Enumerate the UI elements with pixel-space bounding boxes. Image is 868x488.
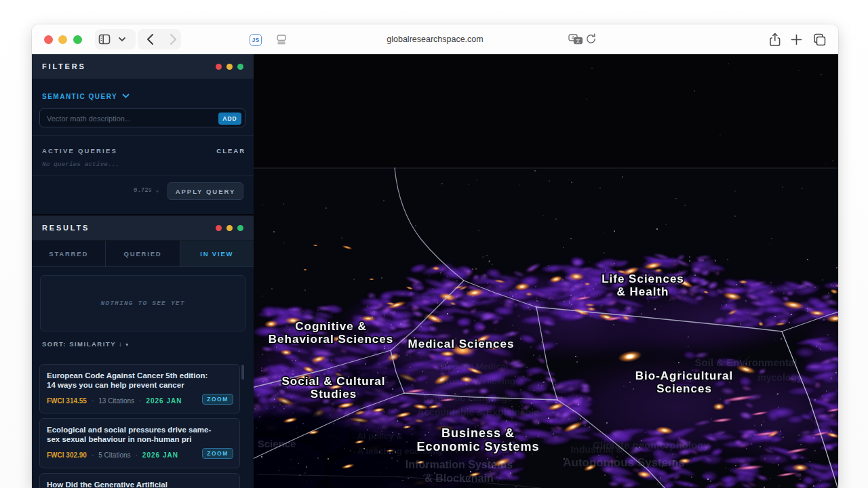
svg-text:Economic Systems: Economic Systems [416,440,539,453]
svg-text:AI policy &: AI policy & [357,431,402,441]
svg-text:Soil & Environmental: Soil & Environmental [695,357,797,368]
svg-text:& Health: & Health [617,285,669,298]
svg-text:mycology: mycology [757,372,802,383]
svg-text:Applied Medical: Applied Medical [441,361,509,371]
svg-text:Information Systems: Information Systems [406,459,513,470]
svg-text:Studies: Studies [311,388,357,401]
svg-text:文: 文 [576,38,580,43]
svg-text:Accountable & Explainable: Accountable & Explainable [417,407,539,418]
svg-text:Bio-Agricultural: Bio-Agricultural [635,369,733,382]
svg-text:Life Sciences: Life Sciences [601,272,684,285]
svg-text:Behavioral Sciences: Behavioral Sciences [269,333,393,346]
svg-text:Social & Cultural: Social & Cultural [281,375,385,388]
svg-text:Trust & Wellbeing: Trust & Wellbeing [441,376,515,386]
svg-text:Sciences: Sciences [656,382,712,395]
svg-text:Medical Sciences: Medical Sciences [408,338,515,350]
svg-text:Industrial &: Industrial & [570,444,623,455]
svg-text:Business &: Business & [441,426,515,440]
svg-text:Cognitive &: Cognitive & [295,320,366,333]
svg-text:Science: Science [258,438,296,449]
svg-text:Autonomous Systems: Autonomous Systems [563,456,684,469]
svg-text:Symbolic Language: Symbolic Language [423,392,513,403]
svg-text:& Blockchain: & Blockchain [425,472,493,484]
